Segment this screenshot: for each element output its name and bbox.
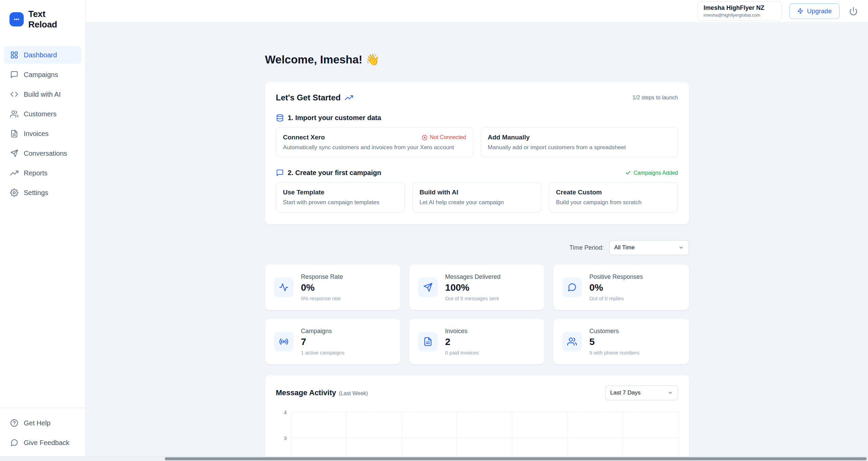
send-icon: [418, 277, 438, 297]
connect-xero-title: Connect Xero: [283, 134, 325, 141]
time-period-value: All Time: [614, 244, 635, 251]
stat-card-customers: Customers 5 5 with phone numbers: [553, 319, 689, 364]
activity-range-select[interactable]: Last 7 Days: [605, 385, 678, 400]
sidebar-item-label: Campaigns: [24, 71, 58, 79]
build-with-ai-title: Build with AI: [419, 189, 458, 196]
sidebar-footer: Get Help Give Feedback: [0, 408, 85, 461]
file-text-icon: [10, 130, 18, 138]
sidebar-item-label: Get Help: [24, 419, 51, 427]
campaigns-added-status: Campaigns Added: [625, 170, 678, 176]
users-icon: [10, 110, 18, 118]
sidebar-item-dashboard[interactable]: Dashboard: [4, 46, 81, 64]
user-account-box[interactable]: Imesha HighFlyer NZ imesha@highflyerglob…: [697, 1, 782, 21]
steps-to-launch-label: 1/2 steps to launch: [632, 95, 678, 101]
users-icon: [562, 332, 582, 351]
sidebar-item-label: Invoices: [24, 130, 48, 138]
power-icon: [849, 7, 858, 16]
message-activity-title: Message Activity: [276, 388, 336, 397]
app-name: Text Reload: [28, 9, 76, 30]
sidebar-item-label: Conversations: [24, 150, 67, 157]
broadcast-icon: [274, 332, 294, 351]
chevron-down-icon: [668, 390, 673, 396]
stats-grid: Response Rate 0% 0% response rate Messag…: [265, 265, 689, 364]
get-started-panel: Let's Get Started 1/2 steps to launch 1.…: [265, 82, 689, 225]
sidebar-item-label: Settings: [24, 189, 48, 197]
chat-bubble-icon: [562, 277, 582, 297]
use-template-description: Start with proven campaign templates: [283, 199, 398, 206]
sidebar-item-campaigns[interactable]: Campaigns: [4, 66, 81, 83]
add-manually-description: Manually add or import customers from a …: [488, 144, 671, 151]
page-title: Welcome, Imesha! 👋: [265, 53, 689, 66]
message-dots-icon: [9, 12, 24, 26]
create-custom-card[interactable]: Create Custom Build your campaign from s…: [549, 182, 678, 212]
sidebar-item-label: Customers: [24, 110, 57, 118]
time-period-row: Time Period: All Time: [265, 240, 689, 255]
sidebar-item-give-feedback[interactable]: Give Feedback: [4, 434, 81, 452]
gear-icon: [10, 189, 18, 197]
chart-y-axis: 4 3 2 1: [276, 412, 291, 461]
stat-card-campaigns: Campaigns 7 1 active campaigns: [265, 319, 400, 364]
build-with-ai-description: Let AI help create your campaign: [419, 199, 534, 206]
check-icon: [625, 170, 631, 176]
x-circle-icon: [422, 135, 428, 140]
sidebar-item-label: Dashboard: [24, 51, 57, 59]
connect-xero-description: Automatically sync customers and invoice…: [283, 144, 466, 151]
dashboard-grid-icon: [10, 51, 18, 59]
user-email: imesha@highflyerglobal.com: [704, 13, 775, 18]
message-activity-chart: 4 3 2 1: [276, 412, 678, 461]
message-activity-panel: Message Activity(Last Week) Last 7 Days …: [265, 375, 689, 461]
top-header: Imesha HighFlyer NZ imesha@highflyerglob…: [86, 0, 868, 22]
sidebar-item-settings[interactable]: Settings: [4, 184, 81, 201]
app-logo[interactable]: Text Reload: [0, 0, 85, 37]
chat-bubble-icon: [10, 71, 18, 79]
sidebar-item-conversations[interactable]: Conversations: [4, 145, 81, 162]
sidebar-item-build-with-ai[interactable]: Build with AI: [4, 85, 81, 103]
zap-icon: [797, 8, 804, 14]
sidebar-item-label: Give Feedback: [24, 439, 70, 447]
not-connected-badge: Not Connected: [422, 134, 466, 140]
add-manually-title: Add Manually: [488, 134, 530, 141]
main-content: Welcome, Imesha! 👋 Let's Get Started 1/2…: [86, 22, 868, 461]
create-custom-description: Build your campaign from scratch: [556, 199, 671, 206]
sidebar: Text Reload Dashboard Campaigns Build wi…: [0, 0, 86, 461]
horizontal-scrollbar[interactable]: [0, 456, 868, 461]
sidebar-nav: Dashboard Campaigns Build with AI Custom…: [0, 37, 85, 201]
activity-icon: [274, 277, 294, 297]
time-period-label: Time Period:: [569, 244, 604, 251]
build-with-ai-card[interactable]: Build with AI Let AI help create your ca…: [412, 182, 541, 212]
file-text-icon: [418, 332, 438, 351]
chat-bubble-icon: [276, 169, 284, 177]
stat-card-response-rate: Response Rate 0% 0% response rate: [265, 265, 400, 310]
sidebar-item-label: Reports: [24, 169, 47, 177]
use-template-title: Use Template: [283, 189, 324, 196]
stat-card-invoices: Invoices 2 0 paid invoices: [409, 319, 545, 364]
upgrade-button[interactable]: Upgrade: [789, 3, 840, 19]
get-started-title: Let's Get Started: [276, 93, 341, 102]
step1-title: 1. Import your customer data: [288, 114, 381, 122]
connect-xero-card[interactable]: Connect Xero Not Connected Automatically…: [276, 127, 473, 157]
stat-card-positive-responses: Positive Responses 0% Out of 0 replies: [553, 265, 689, 310]
sidebar-item-customers[interactable]: Customers: [4, 105, 81, 123]
sidebar-item-label: Build with AI: [24, 91, 61, 98]
stat-card-messages-delivered: Messages Delivered 100% Out of 5 message…: [409, 265, 545, 310]
code-icon: [10, 90, 18, 98]
create-custom-title: Create Custom: [556, 189, 602, 196]
step2-title: 2. Create your first campaign: [288, 169, 381, 177]
scrollbar-thumb[interactable]: [165, 457, 867, 460]
trending-up-icon: [10, 169, 18, 177]
sidebar-item-reports[interactable]: Reports: [4, 164, 81, 182]
trending-up-icon: [345, 94, 353, 102]
send-icon: [10, 149, 18, 157]
database-icon: [276, 114, 284, 122]
sidebar-item-get-help[interactable]: Get Help: [4, 414, 81, 432]
time-period-select[interactable]: All Time: [609, 240, 689, 255]
user-name: Imesha HighFlyer NZ: [704, 4, 775, 12]
logout-button[interactable]: [849, 7, 858, 16]
add-manually-card[interactable]: Add Manually Manually add or import cust…: [481, 127, 678, 157]
help-circle-icon: [10, 419, 18, 427]
chevron-down-icon: [678, 245, 684, 250]
use-template-card[interactable]: Use Template Start with proven campaign …: [276, 182, 405, 212]
sidebar-item-invoices[interactable]: Invoices: [4, 125, 81, 142]
message-activity-subtitle: (Last Week): [339, 390, 368, 396]
chart-plot-area: [291, 412, 678, 461]
